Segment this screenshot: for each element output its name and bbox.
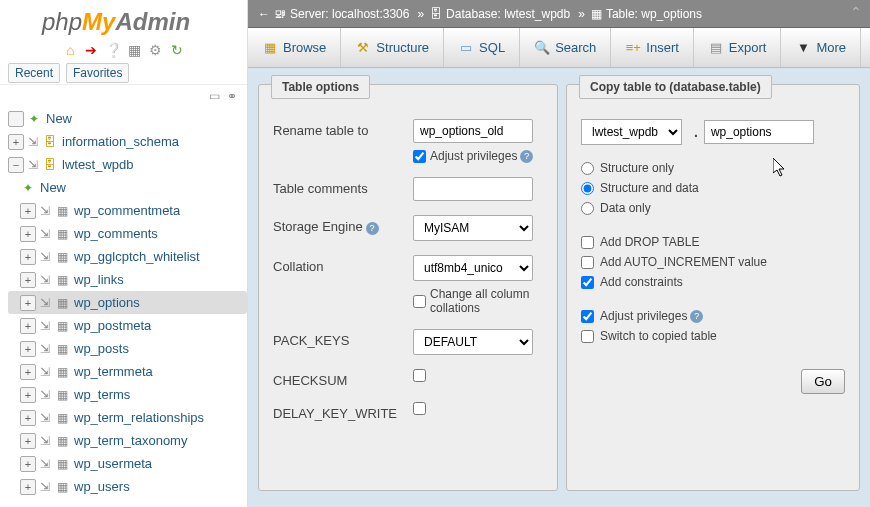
recent-tab[interactable]: Recent xyxy=(8,63,60,83)
expand-icon[interactable]: + xyxy=(8,134,24,150)
expand-icon[interactable]: + xyxy=(20,456,36,472)
breadcrumb-db[interactable]: Database: lwtest_wpdb xyxy=(446,7,570,21)
quick-link-icon[interactable]: ⇲ xyxy=(26,158,40,172)
checksum-checkbox[interactable] xyxy=(413,369,426,382)
change-collations-label: Change all column collations xyxy=(430,287,543,315)
collapse-all-icon[interactable]: ▭ xyxy=(209,89,220,103)
drop-table-checkbox[interactable] xyxy=(581,236,594,249)
link-icon[interactable]: ⚭ xyxy=(227,89,237,103)
copy-table-legend[interactable]: Copy table to (database.table) xyxy=(579,75,772,99)
quick-link-icon[interactable]: ⇲ xyxy=(38,204,52,218)
quick-link-icon[interactable]: ⇲ xyxy=(38,250,52,264)
collation-select[interactable]: utf8mb4_unico xyxy=(413,255,533,281)
expand-icon[interactable] xyxy=(8,111,24,127)
expand-icon[interactable]: + xyxy=(20,364,36,380)
structure-only-radio[interactable] xyxy=(581,162,594,175)
tree-table-wp_users[interactable]: +⇲▦wp_users xyxy=(8,475,247,498)
tab-browse[interactable]: ▦Browse xyxy=(248,28,341,67)
insert-icon: ≡+ xyxy=(625,40,641,56)
expand-icon[interactable]: + xyxy=(20,318,36,334)
collapse-arrow-icon[interactable]: ⌃ xyxy=(850,4,862,20)
expand-icon[interactable]: + xyxy=(20,203,36,219)
tree-table-wp_term_relationships[interactable]: +⇲▦wp_term_relationships xyxy=(8,406,247,429)
quick-link-icon[interactable]: ⇲ xyxy=(38,388,52,402)
settings-icon[interactable]: ⚙ xyxy=(148,42,164,58)
switch-checkbox[interactable] xyxy=(581,330,594,343)
auto-inc-checkbox[interactable] xyxy=(581,256,594,269)
tree-table-wp_usermeta[interactable]: +⇲▦wp_usermeta xyxy=(8,452,247,475)
quick-link-icon[interactable]: ⇲ xyxy=(38,457,52,471)
logout-icon[interactable]: ➔ xyxy=(83,42,99,58)
checksum-label: CHECKSUM xyxy=(273,369,413,388)
quick-link-icon[interactable]: ⇲ xyxy=(38,365,52,379)
table-icon: ▦ xyxy=(54,364,70,380)
breadcrumb-table[interactable]: Table: wp_options xyxy=(606,7,702,21)
copy-db-select[interactable]: lwtest_wpdb xyxy=(581,119,682,145)
expand-icon[interactable]: + xyxy=(20,226,36,242)
expand-icon[interactable]: + xyxy=(20,433,36,449)
tree-table-wp_links[interactable]: +⇲▦wp_links xyxy=(8,268,247,291)
tab-sql[interactable]: ▭SQL xyxy=(444,28,520,67)
help-icon[interactable]: ? xyxy=(366,222,379,235)
expand-icon[interactable]: + xyxy=(20,479,36,495)
pack-keys-select[interactable]: DEFAULT xyxy=(413,329,533,355)
sql-icon[interactable]: ▦ xyxy=(126,42,142,58)
tree-table-wp_postmeta[interactable]: +⇲▦wp_postmeta xyxy=(8,314,247,337)
server-icon: 🖳 xyxy=(274,7,286,21)
quick-link-icon[interactable]: ⇲ xyxy=(38,319,52,333)
quick-link-icon[interactable]: ⇲ xyxy=(38,296,52,310)
quick-link-icon[interactable]: ⇲ xyxy=(38,227,52,241)
docs-icon[interactable]: ❔ xyxy=(105,42,121,58)
engine-select[interactable]: MyISAM xyxy=(413,215,533,241)
expand-icon[interactable]: − xyxy=(8,157,24,173)
tree-db-lwtest[interactable]: −⇲🗄lwtest_wpdb xyxy=(8,153,247,176)
tree-table-wp_comments[interactable]: +⇲▦wp_comments xyxy=(8,222,247,245)
help-icon[interactable]: ? xyxy=(690,310,703,323)
quick-link-icon[interactable]: ⇲ xyxy=(38,480,52,494)
expand-icon[interactable]: + xyxy=(20,410,36,426)
help-icon[interactable]: ? xyxy=(520,150,533,163)
comments-input[interactable] xyxy=(413,177,533,201)
tree-table-wp_gglcptch_whitelist[interactable]: +⇲▦wp_gglcptch_whitelist xyxy=(8,245,247,268)
tree-table-wp_commentmeta[interactable]: +⇲▦wp_commentmeta xyxy=(8,199,247,222)
structure-data-radio[interactable] xyxy=(581,182,594,195)
tab-insert[interactable]: ≡+Insert xyxy=(611,28,694,67)
quick-link-icon[interactable]: ⇲ xyxy=(38,411,52,425)
tree-new[interactable]: ✦New xyxy=(8,107,247,130)
reload-icon[interactable]: ↻ xyxy=(169,42,185,58)
tab-search[interactable]: 🔍Search xyxy=(520,28,611,67)
tree-table-wp_posts[interactable]: +⇲▦wp_posts xyxy=(8,337,247,360)
tree-table-wp_terms[interactable]: +⇲▦wp_terms xyxy=(8,383,247,406)
quick-link-icon[interactable]: ⇲ xyxy=(26,135,40,149)
tree-table-wp_term_taxonomy[interactable]: +⇲▦wp_term_taxonomy xyxy=(8,429,247,452)
breadcrumb-server[interactable]: Server: localhost:3306 xyxy=(290,7,409,21)
rename-input[interactable] xyxy=(413,119,533,143)
adjust-privileges-checkbox[interactable] xyxy=(413,150,426,163)
expand-icon[interactable]: + xyxy=(20,249,36,265)
expand-icon[interactable]: + xyxy=(20,341,36,357)
constraints-checkbox[interactable] xyxy=(581,276,594,289)
delay-checkbox[interactable] xyxy=(413,402,426,415)
tab-more[interactable]: ▼More xyxy=(781,28,861,67)
data-only-radio[interactable] xyxy=(581,202,594,215)
structure-icon: ⚒ xyxy=(355,40,371,56)
favorites-tab[interactable]: Favorites xyxy=(66,63,129,83)
tree-db-new[interactable]: ✦New xyxy=(8,176,247,199)
quick-link-icon[interactable]: ⇲ xyxy=(38,342,52,356)
tab-structure[interactable]: ⚒Structure xyxy=(341,28,444,67)
quick-link-icon[interactable]: ⇲ xyxy=(38,273,52,287)
tree-table-wp_termmeta[interactable]: +⇲▦wp_termmeta xyxy=(8,360,247,383)
home-icon[interactable]: ⌂ xyxy=(62,42,78,58)
tab-export[interactable]: ▤Export xyxy=(694,28,782,67)
copy-table-input[interactable] xyxy=(704,120,814,144)
tree-table-wp_options[interactable]: +⇲▦wp_options xyxy=(8,291,247,314)
quick-link-icon[interactable]: ⇲ xyxy=(38,434,52,448)
expand-icon[interactable]: + xyxy=(20,272,36,288)
expand-icon[interactable]: + xyxy=(20,295,36,311)
copy-adjust-priv-checkbox[interactable] xyxy=(581,310,594,323)
expand-icon[interactable]: + xyxy=(20,387,36,403)
table-options-legend[interactable]: Table options xyxy=(271,75,370,99)
change-collations-checkbox[interactable] xyxy=(413,295,426,308)
go-button[interactable]: Go xyxy=(801,369,845,394)
tree-db-info-schema[interactable]: +⇲🗄information_schema xyxy=(8,130,247,153)
